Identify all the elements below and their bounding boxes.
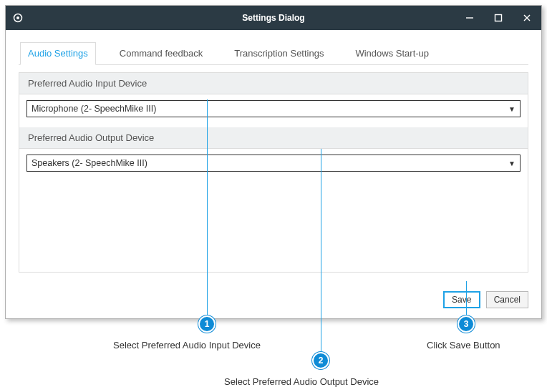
callout-dot-3: 3 bbox=[458, 315, 475, 333]
callout-dot-2: 2 bbox=[312, 352, 329, 369]
close-icon bbox=[523, 14, 531, 22]
tab-command-feedback[interactable]: Command feedback bbox=[112, 42, 210, 65]
cancel-button[interactable]: Cancel bbox=[486, 291, 528, 308]
tab-audio-settings[interactable]: Audio Settings bbox=[20, 42, 96, 65]
minimize-button[interactable] bbox=[455, 6, 484, 30]
svg-rect-3 bbox=[495, 15, 502, 21]
callout-dot-1: 1 bbox=[198, 315, 216, 333]
close-button[interactable] bbox=[513, 6, 541, 30]
tab-bar: Audio Settings Command feedback Transcri… bbox=[19, 41, 528, 65]
chevron-down-icon: ▼ bbox=[508, 105, 515, 113]
svg-point-1 bbox=[16, 16, 19, 19]
callout-label-1: Select Preferred Audio Input Device bbox=[113, 340, 261, 351]
app-icon bbox=[6, 6, 30, 30]
input-device-body: Microphone (2- SpeechMike III) ▼ bbox=[19, 94, 528, 127]
output-device-header: Preferred Audio Output Device bbox=[19, 127, 528, 149]
minimize-icon bbox=[465, 14, 474, 22]
maximize-icon bbox=[494, 14, 503, 22]
input-device-dropdown[interactable]: Microphone (2- SpeechMike III) ▼ bbox=[26, 100, 521, 117]
output-device-dropdown[interactable]: Speakers (2- SpeechMike III) ▼ bbox=[26, 155, 521, 172]
titlebar: Settings Dialog bbox=[6, 6, 541, 30]
window-controls bbox=[455, 6, 541, 30]
chevron-down-icon: ▼ bbox=[508, 160, 515, 167]
callout-label-2: Select Preferred Audio Output Device bbox=[224, 376, 379, 387]
input-device-header: Preferred Audio Input Device bbox=[19, 73, 528, 94]
tab-windows-startup[interactable]: Windows Start-up bbox=[347, 42, 437, 65]
callout-line-3 bbox=[466, 281, 467, 320]
tab-transcription-settings[interactable]: Transcription Settings bbox=[226, 42, 331, 65]
save-button[interactable]: Save bbox=[443, 291, 480, 308]
callout-label-3: Click Save Button bbox=[427, 340, 500, 351]
output-device-body: Speakers (2- SpeechMike III) ▼ bbox=[19, 149, 528, 182]
settings-dialog-window: Settings Dialog Audio Settings Command f… bbox=[5, 5, 542, 319]
content-area: Audio Settings Command feedback Transcri… bbox=[6, 30, 541, 281]
dialog-footer: Save Cancel bbox=[6, 281, 541, 318]
callout-line-2 bbox=[321, 149, 321, 356]
maximize-button[interactable] bbox=[484, 6, 513, 30]
output-device-value: Speakers (2- SpeechMike III) bbox=[32, 158, 147, 168]
callout-line-1 bbox=[207, 99, 208, 320]
audio-settings-panel: Preferred Audio Input Device Microphone … bbox=[19, 72, 528, 273]
input-device-value: Microphone (2- SpeechMike III) bbox=[32, 104, 156, 114]
